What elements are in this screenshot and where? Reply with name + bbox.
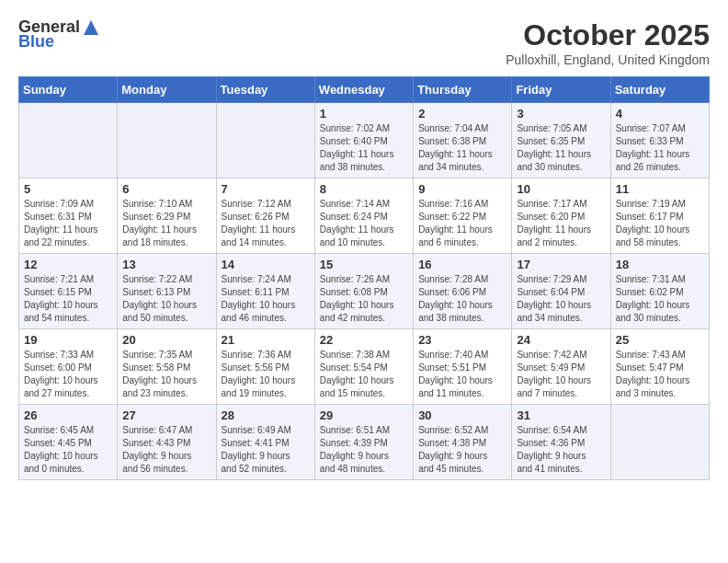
day-info: Sunrise: 7:36 AM Sunset: 5:56 PM Dayligh… [222, 349, 310, 400]
day-info: Sunrise: 7:07 AM Sunset: 6:33 PM Dayligh… [616, 122, 704, 174]
month-title: October 2025 [506, 18, 710, 52]
day-number: 11 [616, 182, 704, 196]
weekday-header-sunday: Sunday [19, 77, 118, 103]
calendar-cell [610, 405, 709, 480]
calendar-cell: 5Sunrise: 7:09 AM Sunset: 6:31 PM Daylig… [19, 178, 118, 254]
day-info: Sunrise: 7:40 AM Sunset: 5:51 PM Dayligh… [418, 349, 506, 400]
day-info: Sunrise: 7:12 AM Sunset: 6:26 PM Dayligh… [222, 198, 310, 249]
day-number: 29 [320, 408, 408, 422]
day-number: 24 [517, 333, 605, 347]
day-info: Sunrise: 7:04 AM Sunset: 6:38 PM Dayligh… [418, 122, 506, 174]
day-info: Sunrise: 7:43 AM Sunset: 5:47 PM Dayligh… [616, 349, 704, 400]
day-info: Sunrise: 7:14 AM Sunset: 6:24 PM Dayligh… [320, 198, 408, 249]
day-number: 19 [24, 333, 112, 347]
day-number: 27 [122, 408, 210, 422]
day-number: 15 [320, 258, 408, 271]
day-info: Sunrise: 7:22 AM Sunset: 6:13 PM Dayligh… [122, 273, 210, 325]
location-subtitle: Pulloxhill, England, United Kingdom [506, 52, 710, 67]
calendar-cell: 8Sunrise: 7:14 AM Sunset: 6:24 PM Daylig… [314, 178, 413, 254]
day-info: Sunrise: 6:47 AM Sunset: 4:43 PM Dayligh… [122, 424, 210, 476]
calendar-cell [118, 103, 216, 178]
day-info: Sunrise: 7:02 AM Sunset: 6:40 PM Dayligh… [320, 122, 408, 174]
calendar-week-5: 26Sunrise: 6:45 AM Sunset: 4:45 PM Dayli… [19, 405, 710, 480]
day-info: Sunrise: 6:45 AM Sunset: 4:45 PM Dayligh… [24, 424, 112, 476]
calendar-cell: 17Sunrise: 7:29 AM Sunset: 6:04 PM Dayli… [512, 254, 610, 329]
day-number: 16 [418, 258, 506, 271]
calendar-cell: 10Sunrise: 7:17 AM Sunset: 6:20 PM Dayli… [512, 178, 610, 254]
day-number: 28 [222, 408, 310, 422]
day-number: 9 [418, 182, 506, 196]
title-block: October 2025 Pulloxhill, England, United… [506, 18, 710, 67]
day-number: 30 [418, 408, 506, 422]
day-number: 23 [418, 333, 506, 347]
day-number: 14 [222, 258, 310, 271]
calendar-cell: 24Sunrise: 7:42 AM Sunset: 5:49 PM Dayli… [512, 329, 610, 405]
calendar-cell: 21Sunrise: 7:36 AM Sunset: 5:56 PM Dayli… [216, 329, 314, 405]
day-info: Sunrise: 7:29 AM Sunset: 6:04 PM Dayligh… [517, 273, 605, 325]
day-number: 2 [418, 107, 506, 121]
page-header: General Blue October 2025 Pulloxhill, En… [18, 18, 710, 67]
day-number: 10 [517, 182, 605, 196]
calendar-cell: 30Sunrise: 6:52 AM Sunset: 4:38 PM Dayli… [414, 405, 512, 480]
day-number: 20 [122, 333, 210, 347]
day-number: 13 [122, 258, 210, 271]
calendar-cell: 20Sunrise: 7:35 AM Sunset: 5:58 PM Dayli… [118, 329, 216, 405]
day-number: 6 [122, 182, 210, 196]
day-info: Sunrise: 7:33 AM Sunset: 6:00 PM Dayligh… [24, 349, 112, 400]
day-number: 3 [517, 107, 605, 121]
day-number: 31 [517, 408, 605, 422]
day-info: Sunrise: 7:38 AM Sunset: 5:54 PM Dayligh… [320, 349, 408, 400]
calendar-cell: 31Sunrise: 6:54 AM Sunset: 4:36 PM Dayli… [512, 405, 610, 480]
day-info: Sunrise: 7:21 AM Sunset: 6:15 PM Dayligh… [24, 273, 112, 325]
day-info: Sunrise: 7:24 AM Sunset: 6:11 PM Dayligh… [222, 273, 310, 325]
day-number: 5 [24, 182, 112, 196]
calendar-cell: 15Sunrise: 7:26 AM Sunset: 6:08 PM Dayli… [314, 254, 413, 329]
calendar-table: SundayMondayTuesdayWednesdayThursdayFrid… [18, 76, 710, 480]
calendar-cell: 19Sunrise: 7:33 AM Sunset: 6:00 PM Dayli… [19, 329, 118, 405]
day-info: Sunrise: 7:42 AM Sunset: 5:49 PM Dayligh… [517, 349, 605, 400]
day-number: 4 [616, 107, 704, 121]
calendar-week-4: 19Sunrise: 7:33 AM Sunset: 6:00 PM Dayli… [19, 329, 710, 405]
day-info: Sunrise: 7:31 AM Sunset: 6:02 PM Dayligh… [616, 273, 704, 325]
calendar-week-3: 12Sunrise: 7:21 AM Sunset: 6:15 PM Dayli… [19, 254, 710, 329]
day-number: 22 [320, 333, 408, 347]
calendar-cell: 14Sunrise: 7:24 AM Sunset: 6:11 PM Dayli… [216, 254, 314, 329]
calendar-cell: 23Sunrise: 7:40 AM Sunset: 5:51 PM Dayli… [414, 329, 512, 405]
calendar-cell: 18Sunrise: 7:31 AM Sunset: 6:02 PM Dayli… [610, 254, 709, 329]
calendar-cell: 1Sunrise: 7:02 AM Sunset: 6:40 PM Daylig… [314, 103, 413, 178]
day-number: 17 [517, 258, 605, 271]
day-number: 12 [24, 258, 112, 271]
day-info: Sunrise: 7:16 AM Sunset: 6:22 PM Dayligh… [418, 198, 506, 249]
calendar-cell [19, 103, 118, 178]
weekday-header-monday: Monday [118, 77, 216, 103]
calendar-cell: 11Sunrise: 7:19 AM Sunset: 6:17 PM Dayli… [610, 178, 709, 254]
day-number: 25 [616, 333, 704, 347]
calendar-cell: 13Sunrise: 7:22 AM Sunset: 6:13 PM Dayli… [118, 254, 216, 329]
day-number: 1 [320, 107, 408, 121]
svg-marker-0 [84, 20, 98, 35]
calendar-cell: 9Sunrise: 7:16 AM Sunset: 6:22 PM Daylig… [414, 178, 512, 254]
calendar-cell: 4Sunrise: 7:07 AM Sunset: 6:33 PM Daylig… [610, 103, 709, 178]
day-info: Sunrise: 6:51 AM Sunset: 4:39 PM Dayligh… [320, 424, 408, 476]
calendar-cell: 29Sunrise: 6:51 AM Sunset: 4:39 PM Dayli… [314, 405, 413, 480]
calendar-week-1: 1Sunrise: 7:02 AM Sunset: 6:40 PM Daylig… [19, 103, 710, 178]
day-info: Sunrise: 6:54 AM Sunset: 4:36 PM Dayligh… [517, 424, 605, 476]
logo: General Blue [18, 18, 102, 52]
day-info: Sunrise: 7:19 AM Sunset: 6:17 PM Dayligh… [616, 198, 704, 249]
day-number: 7 [222, 182, 310, 196]
day-number: 18 [616, 258, 704, 271]
day-info: Sunrise: 7:35 AM Sunset: 5:58 PM Dayligh… [122, 349, 210, 400]
day-info: Sunrise: 7:05 AM Sunset: 6:35 PM Dayligh… [517, 122, 605, 174]
calendar-cell: 2Sunrise: 7:04 AM Sunset: 6:38 PM Daylig… [414, 103, 512, 178]
day-info: Sunrise: 6:49 AM Sunset: 4:41 PM Dayligh… [222, 424, 310, 476]
day-number: 8 [320, 182, 408, 196]
calendar-cell [216, 103, 314, 178]
day-info: Sunrise: 7:17 AM Sunset: 6:20 PM Dayligh… [517, 198, 605, 249]
calendar-cell: 25Sunrise: 7:43 AM Sunset: 5:47 PM Dayli… [610, 329, 709, 405]
calendar-cell: 12Sunrise: 7:21 AM Sunset: 6:15 PM Dayli… [19, 254, 118, 329]
calendar-week-2: 5Sunrise: 7:09 AM Sunset: 6:31 PM Daylig… [19, 178, 710, 254]
day-number: 21 [222, 333, 310, 347]
day-info: Sunrise: 7:09 AM Sunset: 6:31 PM Dayligh… [24, 198, 112, 249]
day-info: Sunrise: 7:28 AM Sunset: 6:06 PM Dayligh… [418, 273, 506, 325]
day-number: 26 [24, 408, 112, 422]
